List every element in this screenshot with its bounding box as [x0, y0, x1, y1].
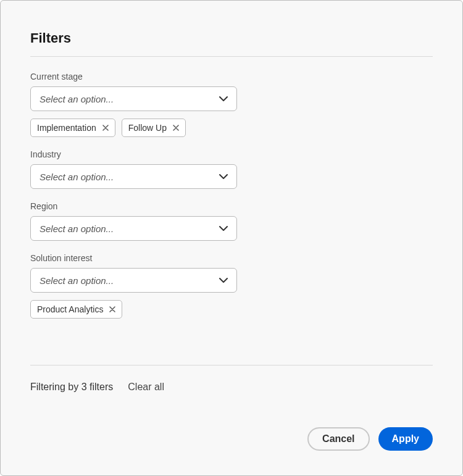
divider — [30, 56, 433, 57]
close-icon[interactable] — [102, 125, 109, 131]
tags-current-stage: Implementation Follow Up — [30, 119, 433, 137]
tag-implementation[interactable]: Implementation — [30, 119, 115, 137]
tag-label: Implementation — [37, 123, 96, 133]
tags-solution-interest: Product Analytics — [30, 300, 433, 319]
status-row: Filtering by 3 filters Clear all — [30, 382, 433, 393]
close-icon[interactable] — [109, 306, 115, 312]
select-solution-interest[interactable]: Select an option... — [30, 268, 237, 293]
clear-all-button[interactable]: Clear all — [128, 382, 164, 393]
filter-count-status: Filtering by 3 filters — [30, 382, 113, 393]
label-solution-interest: Solution interest — [30, 253, 433, 263]
group-solution-interest: Solution interest Select an option... Pr… — [30, 253, 433, 319]
tag-label: Follow Up — [128, 123, 167, 133]
apply-button[interactable]: Apply — [378, 427, 433, 451]
select-placeholder: Select an option... — [40, 275, 114, 286]
select-placeholder: Select an option... — [40, 172, 114, 182]
panel-title: Filters — [30, 30, 433, 46]
group-current-stage: Current stage Select an option... Implem… — [30, 72, 433, 137]
select-placeholder: Select an option... — [40, 223, 114, 234]
tag-product-analytics[interactable]: Product Analytics — [30, 300, 122, 319]
group-industry: Industry Select an option... — [30, 149, 433, 189]
chevron-down-icon — [219, 275, 228, 286]
select-current-stage[interactable]: Select an option... — [30, 86, 237, 111]
cancel-button[interactable]: Cancel — [307, 427, 369, 451]
select-region[interactable]: Select an option... — [30, 216, 237, 241]
filters-panel: Filters Current stage Select an option..… — [0, 0, 463, 476]
divider — [30, 365, 433, 365]
tag-label: Product Analytics — [37, 304, 103, 314]
chevron-down-icon — [219, 223, 228, 234]
label-current-stage: Current stage — [30, 72, 433, 81]
group-region: Region Select an option... — [30, 201, 433, 241]
chevron-down-icon — [219, 93, 228, 104]
tag-follow-up[interactable]: Follow Up — [122, 119, 186, 137]
chevron-down-icon — [219, 171, 228, 182]
action-buttons: Cancel Apply — [30, 427, 433, 451]
select-placeholder: Select an option... — [40, 94, 114, 104]
label-industry: Industry — [30, 149, 433, 159]
close-icon[interactable] — [173, 125, 179, 131]
label-region: Region — [30, 201, 433, 211]
select-industry[interactable]: Select an option... — [30, 164, 237, 189]
